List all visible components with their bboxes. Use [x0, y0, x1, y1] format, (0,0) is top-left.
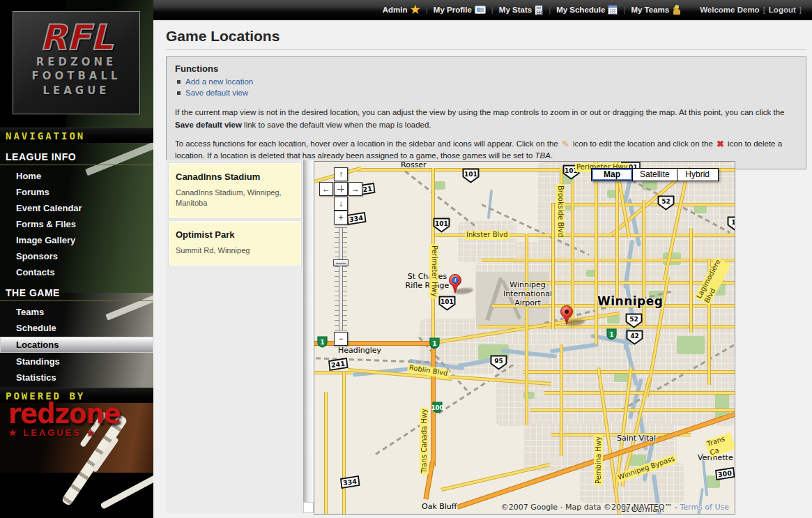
app-window: RFL REDZONE FOOTBALL LEAGUE NAVIGATION L…	[0, 0, 812, 518]
highway-shield-101: 101	[462, 168, 480, 183]
sidebar-item-event-calendar[interactable]: Event Calendar	[0, 200, 153, 216]
logout-link[interactable]: Logout	[769, 6, 796, 14]
map-road	[544, 391, 735, 395]
svg-text:95: 95	[494, 358, 503, 365]
map-type-hybrid[interactable]: Hybrid	[677, 168, 719, 181]
pan-left-icon[interactable]: ←	[319, 182, 333, 196]
sidebar-item-locations[interactable]: Locations	[0, 337, 153, 353]
text-run: Save default view	[175, 121, 242, 129]
sidebar-nav: LEAGUE INFOHomeForumsEvent CalendarForms…	[0, 144, 153, 386]
topbar-item-my-schedule[interactable]: My Schedule	[556, 5, 618, 15]
topbar-item-label: Admin	[383, 6, 408, 14]
sidebar-item-standings[interactable]: Standings	[0, 353, 153, 370]
map-road	[689, 228, 693, 333]
page-title: Game Locations	[166, 28, 806, 45]
location-list-scrollbar[interactable]	[303, 160, 314, 513]
scrollbar-thumb[interactable]	[303, 502, 314, 513]
svg-text:101: 101	[435, 220, 448, 227]
map-road	[595, 162, 598, 344]
topbar-item-my-profile[interactable]: My Profile	[434, 6, 486, 14]
functions-para-2: To access functions for each location, h…	[175, 138, 797, 163]
pan-down-icon[interactable]: ↓	[334, 197, 348, 211]
topbar-item-my-teams[interactable]: My Teams	[631, 5, 682, 15]
bracket: [	[763, 6, 765, 14]
location-name: CanadInns Stadium	[176, 172, 294, 182]
text-run: TBA	[535, 151, 551, 160]
functions-para-1: If the current map view is not in the de…	[175, 107, 797, 132]
pan-center-icon[interactable]	[334, 182, 348, 196]
location-card-optimist-park[interactable]: Optimist ParkSummit Rd, Winnipeg	[169, 221, 301, 266]
svg-text:100: 100	[431, 404, 444, 411]
location-card-canadinns-stadium[interactable]: CanadInns StadiumCanadInns Stadium, Winn…	[169, 163, 301, 218]
topbar-item-label: My Schedule	[556, 6, 605, 14]
sidebar-item-teams[interactable]: Teams	[0, 304, 153, 320]
topbar-separator: |	[426, 6, 428, 14]
text-run: link to save the default view when the m…	[242, 121, 431, 129]
functions-list-item: Add a new location	[176, 77, 797, 86]
calendar-icon	[608, 5, 618, 15]
sidebar-item-home[interactable]: Home	[0, 168, 153, 184]
pan-right-icon[interactable]: →	[348, 182, 362, 196]
map-canvas[interactable]: MapSatelliteHybrid ©2007 Google - Map da…	[314, 162, 735, 514]
map-label-rosser: Rosser	[401, 162, 427, 169]
functions-box: Functions Add a new locationSave default…	[166, 56, 806, 169]
topbar-item-label: My Profile	[434, 6, 472, 14]
svg-text:1: 1	[321, 339, 325, 346]
highway-shield-1: 1	[316, 335, 329, 349]
text-run: If the current map view is not in the de…	[175, 108, 784, 116]
sidebar-section-items: HomeForumsEvent CalendarForms & FilesIma…	[0, 168, 153, 280]
league-logo-line: FOOTBALL	[13, 69, 139, 83]
league-logo-line: LEAGUE	[13, 84, 139, 98]
highway-shield-1: 1	[428, 337, 441, 350]
league-logo-line: REDZONE	[13, 55, 139, 69]
sidebar-section-title-league-info: LEAGUE INFO	[0, 144, 153, 165]
zoom-out-icon[interactable]: −	[334, 332, 348, 346]
highway-shield-241: 241	[328, 358, 348, 371]
sidebar-item-statistics[interactable]: Statistics	[0, 370, 153, 386]
league-logo[interactable]: RFL REDZONE FOOTBALL LEAGUE	[13, 11, 140, 114]
sidebar-item-sponsors[interactable]: Sponsors	[0, 248, 153, 264]
sidebar-item-forums[interactable]: Forums	[0, 184, 153, 200]
link-save-default-view[interactable]: Save default view	[185, 89, 248, 97]
zoom-slider-track[interactable]	[339, 227, 343, 330]
sidebar-item-contacts[interactable]: Contacts	[0, 264, 153, 280]
map-marker-plain[interactable]	[560, 305, 574, 326]
topbar-separator: |	[623, 6, 625, 14]
map-type-map[interactable]: Map	[591, 168, 633, 181]
map-road	[342, 372, 346, 514]
svg-text:1: 1	[433, 340, 437, 347]
functions-list-item: Save default view	[176, 89, 797, 97]
sidebar-item-image-gallery[interactable]: Image Gallery	[0, 232, 153, 248]
functions-links: Add a new locationSave default view	[175, 77, 797, 100]
topbar-item-label: My Stats	[499, 6, 532, 14]
pan-up-icon[interactable]: ↑	[334, 167, 348, 181]
map-park	[677, 336, 705, 354]
svg-text:101: 101	[464, 171, 477, 178]
zoom-in-icon[interactable]: +	[334, 211, 348, 224]
terms-of-use-link[interactable]: Terms of Use	[680, 503, 729, 512]
profile-card-icon	[475, 6, 486, 14]
map-urban-area	[457, 221, 516, 263]
zoom-slider-handle[interactable]	[333, 259, 348, 266]
people-icon	[672, 5, 682, 15]
map-label-trans-canada-hwy: Trans Canada Hwy	[420, 407, 429, 474]
redzone-leagues-logo[interactable]: redzone ★ LEAGUES ★	[8, 402, 121, 438]
functions-title: Functions	[175, 63, 797, 74]
topbar-item-my-stats[interactable]: My Stats	[499, 5, 543, 15]
sidebar-item-schedule[interactable]: Schedule	[0, 320, 153, 336]
highway-shield-101: 101	[433, 218, 450, 233]
navigation-banner: NAVIGATION	[0, 128, 153, 143]
location-name: Optimist Park	[176, 229, 294, 240]
link-add-a-new-location[interactable]: Add a new location	[185, 77, 253, 86]
map-type-buttons: MapSatelliteHybrid	[592, 168, 719, 181]
map-road	[482, 259, 735, 262]
map-road	[560, 344, 563, 456]
map-marker-info[interactable]: i	[448, 273, 462, 294]
topbar-item-admin[interactable]: Admin★	[383, 5, 420, 15]
text-run: icon to edit the location and click on t…	[571, 139, 715, 148]
map-type-satellite[interactable]: Satellite	[632, 168, 677, 181]
calculator-icon	[535, 5, 543, 15]
top-bar: Admin★|My Profile|My Stats|My Schedule|M…	[153, 0, 812, 20]
map-road	[525, 234, 528, 425]
sidebar-item-forms-files[interactable]: Forms & Files	[0, 216, 153, 232]
